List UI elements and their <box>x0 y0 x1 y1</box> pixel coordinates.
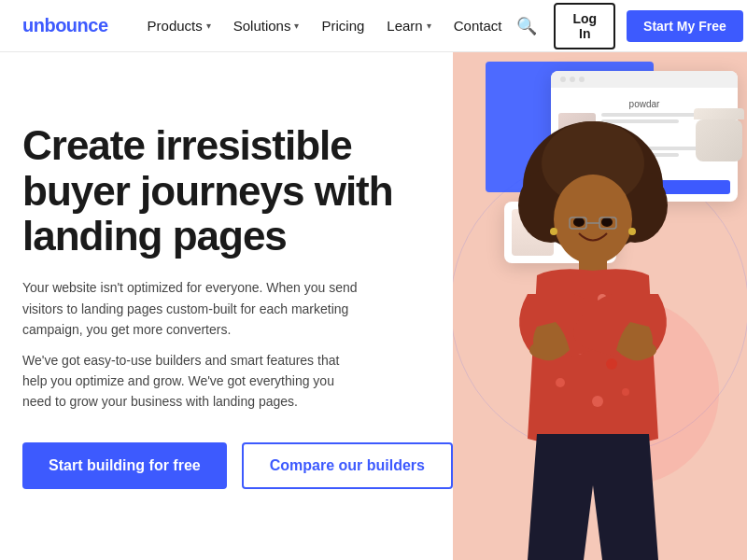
navbar: unbounce Products ▾ Solutions ▾ Pricing … <box>0 0 747 52</box>
start-free-button[interactable]: Start My Free <box>627 10 743 42</box>
nav-links: Products ▾ Solutions ▾ Pricing Learn ▾ C… <box>138 12 512 39</box>
logo-text: unbounce <box>22 15 108 35</box>
nav-pricing-label: Pricing <box>321 18 364 34</box>
hero-buttons: Start building for free Compare our buil… <box>22 442 453 489</box>
nav-solutions-label: Solutions <box>233 18 291 34</box>
compare-builders-button[interactable]: Compare our builders <box>242 442 453 489</box>
logo[interactable]: unbounce <box>22 15 108 36</box>
mockup-header <box>551 71 738 88</box>
hero-title: Create irresistible buyer journeys with … <box>22 123 453 259</box>
search-icon: 🔍 <box>516 17 537 35</box>
search-button[interactable]: 🔍 <box>511 10 543 42</box>
hero-content: Create irresistible buyer journeys with … <box>0 52 453 560</box>
start-building-button[interactable]: Start building for free <box>22 442 227 489</box>
svg-point-10 <box>606 358 617 370</box>
nav-contact-label: Contact <box>454 18 502 34</box>
svg-point-11 <box>556 378 565 387</box>
svg-point-21 <box>550 228 557 235</box>
nav-products[interactable]: Products ▾ <box>138 12 220 39</box>
hero-subtitle-2: We've got easy-to-use builders and smart… <box>22 350 359 413</box>
nav-contact[interactable]: Contact <box>444 12 512 39</box>
svg-point-12 <box>592 396 603 407</box>
mockup-dot-1 <box>560 77 566 82</box>
nav-pricing[interactable]: Pricing <box>312 12 374 39</box>
login-button[interactable]: Log In <box>554 3 615 49</box>
svg-point-22 <box>628 228 636 235</box>
svg-point-4 <box>554 175 632 264</box>
chevron-down-icon: ▾ <box>294 21 299 31</box>
nav-solutions[interactable]: Solutions ▾ <box>224 12 309 39</box>
chevron-down-icon: ▾ <box>427 21 431 31</box>
nav-learn[interactable]: Learn ▾ <box>377 12 440 39</box>
hero-title-line3: landing pages <box>22 213 287 259</box>
nav-products-label: Products <box>148 18 203 34</box>
chevron-down-icon: ▾ <box>206 21 211 31</box>
svg-point-17 <box>601 217 613 227</box>
hero-section: Create irresistible buyer journeys with … <box>0 52 747 560</box>
svg-point-16 <box>573 217 585 227</box>
nav-learn-label: Learn <box>387 18 422 34</box>
hero-visual: powdar Checkout → <box>453 52 747 560</box>
hero-subtitle-1: Your website isn't optimized for everyon… <box>22 277 359 340</box>
mockup-dot-2 <box>570 77 575 82</box>
hero-person-image <box>462 112 724 560</box>
nav-right: 🔍 Log In Start My Free <box>511 3 742 49</box>
hero-title-line1: Create irresistible <box>22 122 352 168</box>
svg-point-13 <box>622 388 629 396</box>
mockup-dot-3 <box>579 77 585 82</box>
hero-title-line2: buyer journeys with <box>22 168 393 214</box>
